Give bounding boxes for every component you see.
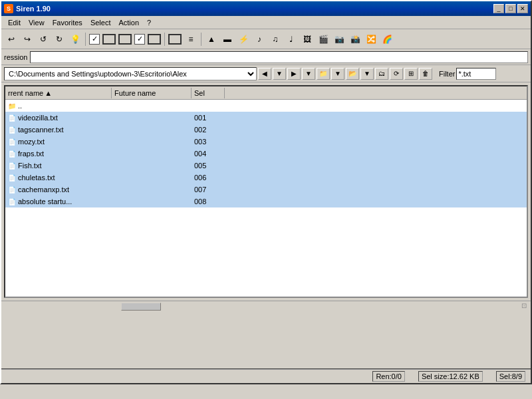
toolbar-btn-music2[interactable]: ♫ — [268, 32, 283, 47]
status-sel: Sel:8/9 — [496, 371, 525, 382]
col-name-label: rrent name — [8, 89, 43, 97]
col-header-future[interactable]: Future name — [112, 88, 192, 98]
file-name-cell: 📄 cachemanxp.txt — [5, 185, 112, 194]
toolbar-btn-triangle[interactable]: ▲ — [204, 32, 219, 47]
folder-icon: 📁 — [8, 102, 16, 110]
expression-input[interactable] — [30, 51, 528, 63]
toolbar-check-2[interactable] — [134, 34, 145, 45]
col-header-name[interactable]: rrent name ▲ — [5, 88, 112, 98]
table-row[interactable]: 📄 videozilla.txt 001 — [5, 112, 527, 124]
file-icon: 📄 — [8, 174, 16, 182]
nav-delete[interactable]: 🗑 — [419, 68, 432, 80]
nav-new-folder[interactable]: 🗂 — [375, 68, 388, 80]
file-future-cell — [112, 129, 192, 130]
toolbar-rect-1[interactable] — [102, 34, 116, 45]
file-icon: 📄 — [8, 162, 16, 170]
toolbar-btn-rect5[interactable]: ▬ — [220, 32, 235, 47]
nav-tree[interactable]: ⊞ — [404, 68, 418, 80]
file-future-cell — [112, 201, 192, 202]
menu-view[interactable]: View — [25, 17, 49, 28]
toolbar-btn-music3[interactable]: ♩ — [284, 32, 299, 47]
file-sel-cell: 008 — [192, 197, 225, 206]
expression-bar: ression — [1, 49, 531, 65]
toolbar-btn-rainbow[interactable]: 🌈 — [380, 32, 394, 47]
toolbar-btn-camera1[interactable]: 📷 — [332, 32, 346, 47]
toolbar-sep-2 — [164, 33, 165, 46]
nav-folder[interactable]: 📁 — [317, 68, 330, 80]
file-sel-cell: 001 — [192, 113, 225, 122]
menu-select[interactable]: Select — [86, 17, 115, 28]
nav-refresh[interactable]: ⟳ — [390, 68, 403, 80]
table-row[interactable]: 📄 fraps.txt 004 — [5, 148, 527, 160]
title-bar: S Siren 1.90 _ □ ✕ — [1, 1, 531, 16]
nav-folder2-dropdown[interactable]: ▼ — [360, 68, 374, 80]
path-select[interactable]: C:\Documents and Settings\uptodown-3\Esc… — [4, 67, 257, 80]
resize-handle[interactable]: ⊡ — [521, 302, 529, 310]
toolbar-rect-4[interactable] — [168, 34, 182, 45]
filter-input[interactable] — [456, 68, 496, 80]
table-row[interactable]: 📁 .. — [5, 100, 527, 112]
toolbar-rect-2[interactable] — [118, 34, 132, 45]
table-row[interactable]: 📄 absolute startu... 008 — [5, 196, 527, 207]
file-icon: 📄 — [8, 186, 16, 194]
minimize-button[interactable]: _ — [493, 4, 504, 13]
file-future-cell — [112, 141, 192, 142]
file-future-cell — [112, 117, 192, 118]
file-sel-cell — [192, 105, 225, 106]
toolbar-btn-lines[interactable]: ≡ — [184, 32, 198, 47]
h-scrollbar[interactable] — [121, 303, 161, 311]
toolbar-btn-redo1[interactable]: ↺ — [36, 32, 51, 47]
close-button[interactable]: ✕ — [517, 4, 528, 13]
toolbar-btn-film[interactable]: 🎬 — [316, 32, 331, 47]
toolbar-btn-undo2[interactable]: ↪ — [20, 32, 35, 47]
col-header-sel[interactable]: Sel — [192, 88, 225, 98]
h-scroll-area[interactable]: ⊡ — [1, 301, 531, 311]
toolbar-btn-lightning[interactable]: ⚡ — [236, 32, 251, 47]
file-sel-cell: 003 — [192, 137, 225, 146]
toolbar-rect-3[interactable] — [148, 34, 161, 45]
nav-back-dropdown[interactable]: ▼ — [273, 68, 286, 80]
main-window: S Siren 1.90 _ □ ✕ Edit View Favorites S… — [0, 0, 532, 384]
nav-forward-dropdown[interactable]: ▼ — [302, 68, 315, 80]
file-list-container[interactable]: rrent name ▲ Future name Sel 📁 .. 📄 vide… — [4, 85, 528, 298]
file-sel-cell: 007 — [192, 185, 225, 194]
title-text: Siren 1.90 — [16, 5, 51, 13]
toolbar: ↩ ↪ ↺ ↻ 💡 ≡ ▲ ▬ ⚡ ♪ ♫ ♩ 🖼 🎬 📷 📸 🔀 🌈 — [1, 29, 531, 49]
menu-edit[interactable]: Edit — [4, 17, 25, 28]
menu-help[interactable]: ? — [143, 17, 155, 28]
title-buttons: _ □ ✕ — [493, 4, 528, 13]
toolbar-btn-img1[interactable]: 🖼 — [300, 32, 315, 47]
nav-folder-dropdown[interactable]: ▼ — [331, 68, 344, 80]
table-row[interactable]: 📄 mozy.txt 003 — [5, 136, 527, 148]
nav-folder2[interactable]: 📂 — [346, 68, 359, 80]
file-name-cell: 📄 fraps.txt — [5, 149, 112, 158]
toolbar-btn-camera2[interactable]: 📸 — [348, 32, 362, 47]
maximize-button[interactable]: □ — [505, 4, 516, 13]
title-bar-left: S Siren 1.90 — [4, 4, 51, 13]
file-icon: 📄 — [8, 126, 16, 134]
file-list-header: rrent name ▲ Future name Sel — [5, 86, 527, 100]
file-future-cell — [112, 153, 192, 154]
menu-favorites[interactable]: Favorites — [49, 17, 86, 28]
menu-action[interactable]: Action — [114, 17, 143, 28]
table-row[interactable]: 📄 cachemanxp.txt 007 — [5, 184, 527, 196]
toolbar-btn-special[interactable]: 🔀 — [364, 32, 378, 47]
file-name-cell: 📄 tagscanner.txt — [5, 125, 112, 134]
table-row[interactable]: 📄 Fish.txt 005 — [5, 160, 527, 172]
file-sel-cell: 004 — [192, 149, 225, 158]
file-name-cell: 📄 Fish.txt — [5, 161, 112, 170]
toolbar-btn-redo2[interactable]: ↻ — [52, 32, 66, 47]
file-icon: 📄 — [8, 150, 16, 158]
toolbar-btn-undo1[interactable]: ↩ — [4, 32, 19, 47]
table-row[interactable]: 📄 tagscanner.txt 002 — [5, 124, 527, 136]
nav-back[interactable]: ◀ — [258, 68, 271, 80]
file-icon: 📄 — [8, 114, 16, 122]
toolbar-check-1[interactable] — [89, 34, 100, 45]
table-row[interactable]: 📄 chuletas.txt 006 — [5, 172, 527, 184]
nav-forward[interactable]: ▶ — [287, 68, 301, 80]
file-name-cell: 📄 mozy.txt — [5, 137, 112, 146]
toolbar-btn-music1[interactable]: ♪ — [252, 32, 267, 47]
file-future-cell — [112, 189, 192, 190]
toolbar-btn-bulb[interactable]: 💡 — [68, 32, 82, 47]
file-sel-cell: 002 — [192, 125, 225, 134]
